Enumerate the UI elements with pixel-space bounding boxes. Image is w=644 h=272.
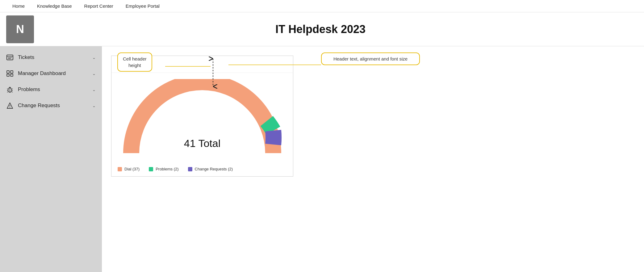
sidebar-item-manager-dashboard[interactable]: Manager Dashboard ⌄	[0, 65, 102, 82]
change-icon	[6, 102, 14, 109]
svg-rect-4	[7, 71, 9, 73]
svg-line-14	[7, 92, 8, 92]
change-requests-label: Change Requests	[18, 103, 92, 109]
legend-dot-problems	[149, 167, 153, 171]
legend: Dial (37) Problems (2) Change Requests (…	[111, 167, 293, 176]
manager-dashboard-label: Manager Dashboard	[18, 70, 92, 77]
bug-icon	[6, 86, 14, 93]
svg-text:41 Total: 41 Total	[184, 137, 220, 149]
problems-chevron-icon: ⌄	[92, 87, 96, 92]
legend-label-problems: Problems (2)	[156, 167, 178, 171]
widget-card: Dial 41 Total	[111, 56, 293, 177]
svg-point-18	[10, 107, 10, 108]
sidebar: Tickets ⌄ Manager Dashboard ⌄	[0, 46, 102, 272]
legend-label-change-requests: Change Requests (2)	[195, 167, 233, 171]
legend-label-dial: Dial (37)	[124, 167, 140, 171]
svg-rect-7	[10, 74, 13, 76]
nav-home[interactable]: Home	[6, 0, 31, 12]
legend-item-dial: Dial (37)	[118, 167, 140, 171]
legend-dot-change-requests	[188, 167, 192, 171]
sidebar-item-change-requests[interactable]: Change Requests ⌄	[0, 98, 102, 114]
manager-dashboard-chevron-icon: ⌄	[92, 71, 96, 76]
svg-rect-0	[7, 55, 13, 60]
svg-line-9	[7, 89, 8, 89]
content-area: Cell headerheight Header text, alignment…	[102, 46, 644, 272]
svg-rect-6	[7, 74, 9, 76]
annotation-header-text: Header text, alignment and font size	[321, 52, 420, 65]
change-requests-chevron-icon: ⌄	[92, 103, 96, 108]
problems-label: Problems	[18, 86, 92, 93]
svg-rect-5	[10, 71, 13, 73]
legend-dot-dial	[118, 167, 122, 171]
top-nav: Home Knowledge Base Report Center Employ…	[0, 0, 644, 12]
main-layout: Tickets ⌄ Manager Dashboard ⌄	[0, 46, 644, 272]
svg-line-15	[12, 92, 13, 92]
gauge-svg: 41 Total	[122, 79, 282, 162]
sidebar-item-tickets[interactable]: Tickets ⌄	[0, 49, 102, 65]
tickets-icon	[6, 54, 14, 61]
dashboard-icon	[6, 70, 14, 77]
gauge-container: 41 Total	[111, 76, 293, 162]
nav-report-center[interactable]: Report Center	[78, 0, 119, 12]
nav-knowledge-base[interactable]: Knowledge Base	[31, 0, 78, 12]
avatar: N	[6, 15, 34, 43]
app-title: IT Helpdesk 2023	[34, 23, 638, 36]
tickets-label: Tickets	[18, 54, 92, 61]
sidebar-item-problems[interactable]: Problems ⌄	[0, 82, 102, 98]
legend-item-change-requests: Change Requests (2)	[188, 167, 233, 171]
dial-label: Dial	[118, 63, 128, 70]
svg-line-10	[12, 89, 13, 89]
legend-item-problems: Problems (2)	[149, 167, 178, 171]
tickets-chevron-icon: ⌄	[92, 55, 96, 60]
nav-employee-portal[interactable]: Employee Portal	[119, 0, 166, 12]
header-bar: N IT Helpdesk 2023	[0, 12, 644, 46]
